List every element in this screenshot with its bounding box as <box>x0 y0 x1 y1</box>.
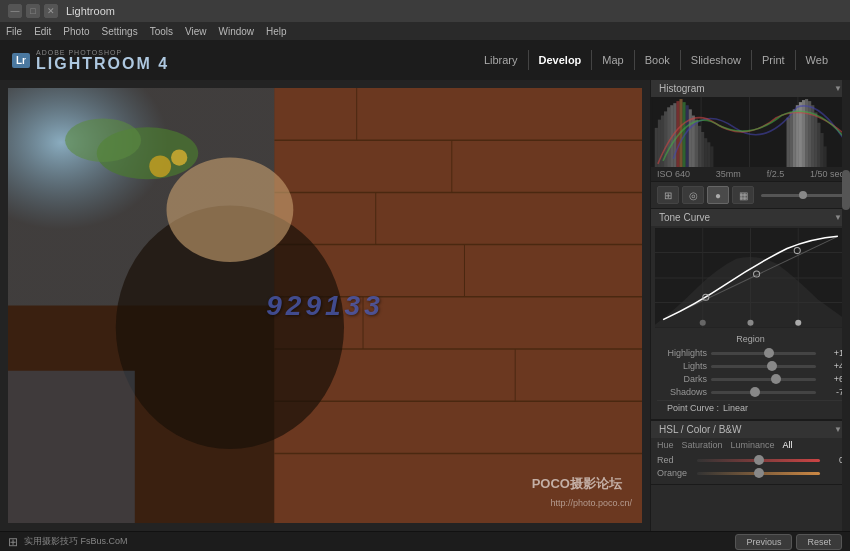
svg-rect-49 <box>796 105 799 167</box>
tab-map[interactable]: Map <box>592 50 634 70</box>
svg-point-17 <box>167 158 294 262</box>
tab-book[interactable]: Book <box>635 50 681 70</box>
svg-rect-40 <box>695 120 698 167</box>
svg-rect-53 <box>808 101 811 167</box>
svg-rect-47 <box>790 112 793 167</box>
svg-point-22 <box>171 149 187 165</box>
histogram-section: Histogram ▼ <box>651 80 850 182</box>
maximize-button[interactable]: □ <box>26 4 40 18</box>
tool-mini-slider-thumb[interactable] <box>799 191 807 199</box>
highlights-value: +1 <box>820 348 844 358</box>
bottom-bar: ⊞ 实用摄影技巧 FsBus.CoM Previous Reset <box>0 531 850 551</box>
tool-mini-slider[interactable] <box>761 194 844 197</box>
menu-file[interactable]: File <box>6 26 22 37</box>
histo-aperture: f/2.5 <box>767 169 785 179</box>
logo-text: ADOBE PHOTOSHOP LIGHTROOM 4 <box>36 49 169 72</box>
poco-url: http://photo.poco.cn/ <box>550 498 632 508</box>
tone-curve-collapse-icon[interactable]: ▼ <box>834 213 842 222</box>
shadows-thumb[interactable] <box>750 387 760 397</box>
tool-slider-row <box>761 194 844 197</box>
right-scrollbar-thumb[interactable] <box>842 170 850 210</box>
point-curve-value[interactable]: Linear <box>723 403 748 413</box>
highlights-track[interactable] <box>711 352 816 355</box>
hsl-subtab-saturation[interactable]: Saturation <box>682 440 723 450</box>
svg-rect-37 <box>686 105 689 167</box>
menu-photo[interactable]: Photo <box>63 26 89 37</box>
hsl-red-row: Red 0 <box>657 455 844 465</box>
darks-track[interactable] <box>711 378 816 381</box>
logo-lr: LIGHTROOM 4 <box>36 56 169 72</box>
right-panel: Histogram ▼ <box>650 80 850 531</box>
highlights-label: Highlights <box>657 348 707 358</box>
histogram-label: Histogram <box>659 83 705 94</box>
tab-web[interactable]: Web <box>796 50 838 70</box>
reset-button[interactable]: Reset <box>796 534 842 550</box>
photo-container[interactable]: 929133 POCO摄影论坛 http://photo.poco.cn/ <box>8 88 642 523</box>
menu-edit[interactable]: Edit <box>34 26 51 37</box>
main-area: 929133 POCO摄影论坛 http://photo.poco.cn/ Hi… <box>0 80 850 531</box>
nav-tabs: Library Develop Map Book Slideshow Print… <box>474 50 838 70</box>
hsl-section: HSL / Color / B&W ▼ Hue Saturation Lumin… <box>651 420 850 485</box>
histogram-collapse-icon[interactable]: ▼ <box>834 84 842 93</box>
lights-label: Lights <box>657 361 707 371</box>
menu-view[interactable]: View <box>185 26 207 37</box>
hsl-orange-track[interactable] <box>697 472 820 475</box>
minimize-button[interactable]: — <box>8 4 22 18</box>
bottom-nav-buttons: Previous Reset <box>735 534 842 550</box>
svg-rect-18 <box>8 371 135 523</box>
window-controls[interactable]: — □ ✕ <box>8 4 58 18</box>
menu-tools[interactable]: Tools <box>150 26 173 37</box>
svg-rect-45 <box>710 146 713 167</box>
lights-value: +4 <box>820 361 844 371</box>
hsl-subtab-hue[interactable]: Hue <box>657 440 674 450</box>
tool-clone-icon[interactable]: ▦ <box>732 186 754 204</box>
tone-curve-canvas <box>655 228 846 328</box>
histogram-header: Histogram ▼ <box>651 80 850 97</box>
hsl-subtab-luminance[interactable]: Luminance <box>731 440 775 450</box>
tool-brush-icon[interactable]: ● <box>707 186 729 204</box>
close-button[interactable]: ✕ <box>44 4 58 18</box>
right-scrollbar[interactable] <box>842 80 850 531</box>
tone-curve-label: Tone Curve <box>659 212 710 223</box>
hsl-header: HSL / Color / B&W ▼ <box>651 421 850 438</box>
shadows-track[interactable] <box>711 391 816 394</box>
tool-grid-icon[interactable]: ⊞ <box>657 186 679 204</box>
menu-window[interactable]: Window <box>219 26 255 37</box>
tone-curve-section: Tone Curve ▼ <box>651 209 850 420</box>
lights-track[interactable] <box>711 365 816 368</box>
menu-settings[interactable]: Settings <box>102 26 138 37</box>
histo-focal: 35mm <box>716 169 741 179</box>
hsl-red-track[interactable] <box>697 459 820 462</box>
svg-rect-48 <box>793 109 796 167</box>
hsl-red-thumb[interactable] <box>754 455 764 465</box>
hsl-subtab-all[interactable]: All <box>783 440 793 450</box>
tab-develop[interactable]: Develop <box>529 50 593 70</box>
tab-slideshow[interactable]: Slideshow <box>681 50 752 70</box>
previous-button[interactable]: Previous <box>735 534 792 550</box>
title-bar: — □ ✕ Lightroom <box>0 0 850 22</box>
shadows-label: Shadows <box>657 387 707 397</box>
poco-watermark: POCO摄影论坛 <box>532 475 622 493</box>
svg-point-21 <box>149 155 171 177</box>
svg-rect-44 <box>707 142 710 167</box>
photo-image: 929133 POCO摄影论坛 http://photo.poco.cn/ <box>8 88 642 523</box>
darks-value: +6 <box>820 374 844 384</box>
tone-curve-svg <box>655 228 846 328</box>
tool-crop-icon[interactable]: ◎ <box>682 186 704 204</box>
menu-bar: File Edit Photo Settings Tools View Wind… <box>0 22 850 40</box>
hsl-orange-thumb[interactable] <box>754 468 764 478</box>
shadows-value: -7 <box>820 387 844 397</box>
svg-point-20 <box>65 118 141 162</box>
svg-rect-55 <box>814 112 817 167</box>
bottom-left: ⊞ 实用摄影技巧 FsBus.CoM <box>8 535 128 549</box>
highlights-row: Highlights +1 <box>657 348 844 358</box>
highlights-thumb[interactable] <box>764 348 774 358</box>
menu-help[interactable]: Help <box>266 26 287 37</box>
tab-library[interactable]: Library <box>474 50 529 70</box>
bottom-label: 实用摄影技巧 FsBus.CoM <box>24 535 128 548</box>
hsl-collapse-icon[interactable]: ▼ <box>834 425 842 434</box>
lights-thumb[interactable] <box>767 361 777 371</box>
darks-thumb[interactable] <box>771 374 781 384</box>
tab-print[interactable]: Print <box>752 50 796 70</box>
region-label: Region <box>657 334 844 344</box>
